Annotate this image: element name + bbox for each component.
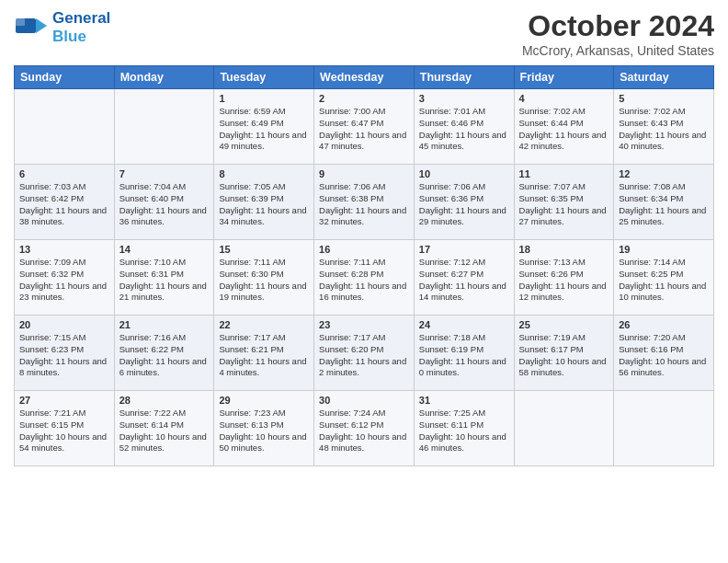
calendar-cell: 10Sunrise: 7:06 AMSunset: 6:36 PMDayligh…	[414, 165, 514, 240]
week-row-1: 6Sunrise: 7:03 AMSunset: 6:42 PMDaylight…	[15, 165, 714, 240]
calendar-cell	[15, 89, 115, 165]
calendar-cell: 20Sunrise: 7:15 AMSunset: 6:23 PMDayligh…	[15, 316, 115, 391]
cell-info: Sunrise: 7:00 AMSunset: 6:47 PMDaylight:…	[319, 106, 409, 153]
day-number: 31	[419, 395, 509, 406]
title-block: October 2024 McCrory, Arkansas, United S…	[522, 9, 714, 58]
cell-info: Sunrise: 7:14 AMSunset: 6:25 PMDaylight:…	[619, 257, 709, 304]
day-number: 22	[219, 319, 309, 330]
calendar-cell: 30Sunrise: 7:24 AMSunset: 6:12 PMDayligh…	[314, 391, 415, 466]
day-number: 15	[219, 244, 309, 255]
day-number: 10	[419, 168, 509, 179]
day-number: 17	[419, 244, 509, 255]
calendar-cell: 25Sunrise: 7:19 AMSunset: 6:17 PMDayligh…	[514, 316, 614, 391]
svg-rect-2	[16, 18, 25, 26]
cell-info: Sunrise: 7:15 AMSunset: 6:23 PMDaylight:…	[19, 332, 109, 379]
header-monday: Monday	[114, 66, 214, 89]
cell-info: Sunrise: 7:02 AMSunset: 6:43 PMDaylight:…	[619, 106, 709, 153]
calendar-cell: 31Sunrise: 7:25 AMSunset: 6:11 PMDayligh…	[414, 391, 514, 466]
day-number: 24	[419, 319, 509, 330]
cell-info: Sunrise: 7:19 AMSunset: 6:17 PMDaylight:…	[519, 332, 609, 379]
logo: General Blue	[14, 9, 110, 46]
header-friday: Friday	[514, 66, 614, 89]
cell-info: Sunrise: 7:09 AMSunset: 6:32 PMDaylight:…	[19, 257, 109, 304]
header-tuesday: Tuesday	[214, 66, 314, 89]
calendar-cell: 8Sunrise: 7:05 AMSunset: 6:39 PMDaylight…	[214, 165, 314, 240]
day-number: 12	[619, 168, 709, 179]
week-row-3: 20Sunrise: 7:15 AMSunset: 6:23 PMDayligh…	[15, 316, 714, 391]
day-number: 30	[319, 395, 409, 406]
calendar-cell: 26Sunrise: 7:20 AMSunset: 6:16 PMDayligh…	[614, 316, 714, 391]
calendar-cell: 16Sunrise: 7:11 AMSunset: 6:28 PMDayligh…	[314, 240, 415, 316]
day-number: 7	[119, 168, 210, 179]
calendar-cell: 3Sunrise: 7:01 AMSunset: 6:46 PMDaylight…	[414, 89, 514, 165]
svg-marker-1	[36, 18, 47, 33]
calendar-cell: 6Sunrise: 7:03 AMSunset: 6:42 PMDaylight…	[15, 165, 115, 240]
cell-info: Sunrise: 7:10 AMSunset: 6:31 PMDaylight:…	[119, 257, 210, 304]
calendar-cell: 27Sunrise: 7:21 AMSunset: 6:15 PMDayligh…	[15, 391, 115, 466]
header: General Blue October 2024 McCrory, Arkan…	[14, 9, 714, 58]
calendar-cell	[614, 391, 714, 466]
day-number: 25	[519, 319, 609, 330]
calendar-cell: 2Sunrise: 7:00 AMSunset: 6:47 PMDaylight…	[314, 89, 415, 165]
calendar-cell: 19Sunrise: 7:14 AMSunset: 6:25 PMDayligh…	[614, 240, 714, 316]
calendar-cell: 7Sunrise: 7:04 AMSunset: 6:40 PMDaylight…	[114, 165, 214, 240]
calendar-cell: 21Sunrise: 7:16 AMSunset: 6:22 PMDayligh…	[114, 316, 214, 391]
day-number: 4	[519, 93, 609, 104]
cell-info: Sunrise: 7:05 AMSunset: 6:39 PMDaylight:…	[219, 181, 309, 228]
cell-info: Sunrise: 7:07 AMSunset: 6:35 PMDaylight:…	[519, 181, 609, 228]
day-number: 28	[119, 395, 210, 406]
day-number: 14	[119, 244, 210, 255]
day-number: 18	[519, 244, 609, 255]
calendar-cell: 18Sunrise: 7:13 AMSunset: 6:26 PMDayligh…	[514, 240, 614, 316]
subtitle: McCrory, Arkansas, United States	[522, 43, 714, 58]
week-row-0: 1Sunrise: 6:59 AMSunset: 6:49 PMDaylight…	[15, 89, 714, 165]
day-number: 1	[219, 93, 309, 104]
day-number: 27	[19, 395, 109, 406]
cell-info: Sunrise: 7:06 AMSunset: 6:38 PMDaylight:…	[319, 181, 409, 228]
cell-info: Sunrise: 7:17 AMSunset: 6:21 PMDaylight:…	[219, 332, 309, 379]
calendar-cell: 4Sunrise: 7:02 AMSunset: 6:44 PMDaylight…	[514, 89, 614, 165]
cell-info: Sunrise: 7:03 AMSunset: 6:42 PMDaylight:…	[19, 181, 109, 228]
cell-info: Sunrise: 7:12 AMSunset: 6:27 PMDaylight:…	[419, 257, 509, 304]
cell-info: Sunrise: 7:06 AMSunset: 6:36 PMDaylight:…	[419, 181, 509, 228]
cell-info: Sunrise: 7:22 AMSunset: 6:14 PMDaylight:…	[119, 408, 210, 454]
logo-icon	[14, 15, 49, 40]
day-number: 19	[619, 244, 709, 255]
cell-info: Sunrise: 7:18 AMSunset: 6:19 PMDaylight:…	[419, 332, 509, 379]
calendar-table: SundayMondayTuesdayWednesdayThursdayFrid…	[14, 65, 714, 466]
calendar-cell: 9Sunrise: 7:06 AMSunset: 6:38 PMDaylight…	[314, 165, 415, 240]
day-number: 8	[219, 168, 309, 179]
cell-info: Sunrise: 7:20 AMSunset: 6:16 PMDaylight:…	[619, 332, 709, 379]
calendar-cell: 13Sunrise: 7:09 AMSunset: 6:32 PMDayligh…	[15, 240, 115, 316]
day-number: 3	[419, 93, 509, 104]
day-number: 6	[19, 168, 109, 179]
cell-info: Sunrise: 7:04 AMSunset: 6:40 PMDaylight:…	[119, 181, 210, 228]
calendar-cell: 24Sunrise: 7:18 AMSunset: 6:19 PMDayligh…	[414, 316, 514, 391]
calendar-cell: 12Sunrise: 7:08 AMSunset: 6:34 PMDayligh…	[614, 165, 714, 240]
calendar-cell	[514, 391, 614, 466]
cell-info: Sunrise: 7:02 AMSunset: 6:44 PMDaylight:…	[519, 106, 609, 153]
day-number: 5	[619, 93, 709, 104]
day-number: 26	[619, 319, 709, 330]
calendar-cell: 15Sunrise: 7:11 AMSunset: 6:30 PMDayligh…	[214, 240, 314, 316]
day-number: 9	[319, 168, 409, 179]
day-number: 2	[319, 93, 409, 104]
cell-info: Sunrise: 7:21 AMSunset: 6:15 PMDaylight:…	[19, 408, 109, 454]
day-number: 13	[19, 244, 109, 255]
calendar-cell: 17Sunrise: 7:12 AMSunset: 6:27 PMDayligh…	[414, 240, 514, 316]
calendar-cell: 22Sunrise: 7:17 AMSunset: 6:21 PMDayligh…	[214, 316, 314, 391]
cell-info: Sunrise: 7:13 AMSunset: 6:26 PMDaylight:…	[519, 257, 609, 304]
calendar-cell: 28Sunrise: 7:22 AMSunset: 6:14 PMDayligh…	[114, 391, 214, 466]
cell-info: Sunrise: 7:11 AMSunset: 6:28 PMDaylight:…	[319, 257, 409, 304]
cell-info: Sunrise: 7:23 AMSunset: 6:13 PMDaylight:…	[219, 408, 309, 454]
header-thursday: Thursday	[414, 66, 514, 89]
page: General Blue October 2024 McCrory, Arkan…	[0, 0, 728, 563]
day-number: 23	[319, 319, 409, 330]
logo-general: General	[52, 9, 110, 27]
calendar-cell: 1Sunrise: 6:59 AMSunset: 6:49 PMDaylight…	[214, 89, 314, 165]
header-row: SundayMondayTuesdayWednesdayThursdayFrid…	[15, 66, 714, 89]
header-sunday: Sunday	[15, 66, 115, 89]
calendar-cell: 14Sunrise: 7:10 AMSunset: 6:31 PMDayligh…	[114, 240, 214, 316]
calendar-cell: 5Sunrise: 7:02 AMSunset: 6:43 PMDaylight…	[614, 89, 714, 165]
cell-info: Sunrise: 7:17 AMSunset: 6:20 PMDaylight:…	[319, 332, 409, 379]
